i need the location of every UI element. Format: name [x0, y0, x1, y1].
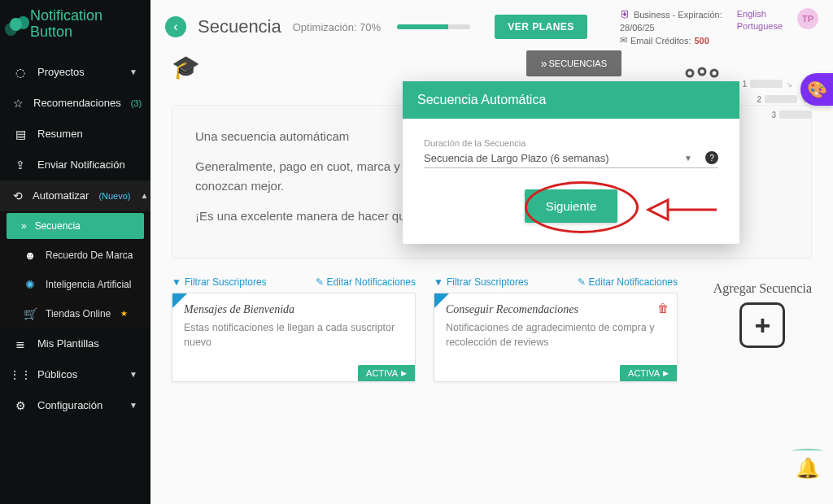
- sequence-card-welcome[interactable]: Mensajes de Bienvenida Estas notificacio…: [172, 293, 416, 382]
- add-sequence-label: Agregar Secuencia: [713, 281, 812, 296]
- star-badge-icon: ★: [120, 309, 128, 318]
- subnav-ia[interactable]: ✺ Inteligencia Artificial: [0, 270, 150, 299]
- card-corner-icon: [172, 293, 187, 308]
- duration-select[interactable]: Secuencia de Largo Plazo (6 semanas) ▼ ?: [424, 151, 718, 168]
- ver-planes-button[interactable]: VER PLANES: [495, 15, 587, 39]
- add-sequence-button[interactable]: +: [739, 302, 785, 348]
- svg-point-1: [699, 68, 705, 75]
- sequence-card-recommend[interactable]: 🗑 Conseguir Recomendaciones Notificacion…: [434, 293, 678, 382]
- shield-icon: ⛨: [620, 8, 630, 20]
- star-icon: ☆: [13, 96, 24, 111]
- filter-icon: ▼: [172, 276, 181, 288]
- subnav-tiendas[interactable]: 🛒 Tiendas Online ★: [0, 299, 150, 328]
- card-desc: Estas notificaciones le llegan a cada su…: [184, 321, 403, 350]
- recommendation-count: (3): [131, 98, 142, 108]
- topbar: ‹ Secuencia Optimización: 70% VER PLANES…: [150, 0, 833, 54]
- avatar[interactable]: TP: [797, 8, 818, 29]
- chevron-up-icon: ▲: [141, 191, 149, 200]
- optimization-bar: [397, 24, 470, 29]
- duration-label: Duración de la Secuencia: [424, 138, 718, 148]
- filter-subscribers-link[interactable]: ▼Filtrar Suscriptores: [434, 276, 529, 288]
- card-title: Mensajes de Bienvenida: [184, 303, 403, 316]
- nav-automatizar[interactable]: ⟲ Automatizar (Nuevo) ▲: [0, 180, 150, 211]
- language-switch: English Portuguese: [737, 8, 783, 33]
- edit-icon: ✎: [316, 276, 324, 288]
- subnav-recuerdo[interactable]: ☻ Recuerdo De Marca: [0, 241, 150, 270]
- edit-notifications-link[interactable]: ✎Editar Notificaciones: [578, 276, 678, 288]
- secuencias-pill[interactable]: » SECUENCIAS: [526, 50, 621, 76]
- lang-english[interactable]: English: [737, 8, 783, 20]
- help-icon[interactable]: ?: [705, 151, 718, 164]
- nav: ◌ Proyectos ▼ ☆ Recomendaciones (3) ▤ Re…: [0, 49, 150, 421]
- card-status[interactable]: ACTIVA: [620, 365, 677, 381]
- nav-label: Enviar Notificación: [37, 159, 125, 171]
- nav-recomendaciones[interactable]: ☆ Recomendaciones (3): [0, 88, 150, 119]
- person-icon: ☻: [23, 248, 37, 263]
- nav-resumen[interactable]: ▤ Resumen: [0, 119, 150, 150]
- nav-automatizar-submenu: » Secuencia ☻ Recuerdo De Marca ✺ Inteli…: [0, 211, 150, 328]
- next-button[interactable]: Siguiente: [525, 189, 618, 223]
- sidebar: Notification Button ◌ Proyectos ▼ ☆ Reco…: [0, 0, 150, 504]
- notification-bell-icon[interactable]: 🔔: [796, 457, 820, 480]
- brand-logo: Notification Button: [0, 0, 150, 49]
- subnav-secuencia[interactable]: » Secuencia: [7, 213, 144, 239]
- chevron-down-icon: ▼: [129, 67, 137, 76]
- nav-label: Configuración: [37, 399, 102, 411]
- duration-value: Secuencia de Largo Plazo (6 semanas): [424, 152, 678, 164]
- nav-label: Públicos: [37, 368, 77, 380]
- chart-icon: ▤: [13, 127, 28, 141]
- plan-date: 28/06/25: [620, 23, 655, 33]
- subnav-label: Tiendas Online: [46, 308, 111, 319]
- chevron-down-icon: ▼: [129, 370, 137, 379]
- nav-label: Recomendaciones: [33, 97, 121, 109]
- brand-dot-icon: [10, 18, 22, 31]
- account-area: ⛨Business - Expiración: 28/06/25 ✉Email …: [620, 8, 818, 46]
- credits-value: 500: [694, 36, 709, 46]
- modal-body: Duración de la Secuencia Secuencia de La…: [403, 119, 739, 244]
- credits-label: Email Créditos:: [630, 36, 691, 46]
- nav-publicos[interactable]: ⋮⋮ Públicos ▼: [0, 359, 150, 390]
- nav-plantillas[interactable]: ≣ Mis Plantillas: [0, 328, 150, 359]
- card-corner-icon: [434, 293, 449, 308]
- subnav-label: Secuencia: [35, 220, 81, 232]
- card-status[interactable]: ACTIVA: [358, 365, 415, 381]
- filter-subscribers-link[interactable]: ▼Filtrar Suscriptores: [172, 276, 267, 288]
- nav-enviar[interactable]: ⇪ Enviar Notificación: [0, 150, 150, 180]
- theme-palette-button[interactable]: 🎨: [800, 73, 833, 106]
- page-title: Secuencia: [198, 16, 281, 37]
- people-icon: ⋮⋮: [13, 367, 28, 382]
- nav-label: Proyectos: [37, 66, 85, 78]
- delete-card-button[interactable]: 🗑: [657, 302, 669, 315]
- globe-icon: ◌: [13, 65, 28, 80]
- modal-title: Secuencia Automática: [403, 81, 739, 119]
- nav-proyectos[interactable]: ◌ Proyectos ▼: [0, 57, 150, 88]
- chevron-down-icon: ▼: [684, 154, 692, 163]
- lang-portuguese[interactable]: Portuguese: [737, 20, 783, 33]
- nav-label: Automatizar: [33, 189, 89, 202]
- chevron-down-icon: ▼: [129, 401, 137, 410]
- plan-line: Business - Expiración:: [634, 10, 722, 20]
- card-title: Conseguir Recomendaciones: [446, 303, 665, 316]
- sequence-row: ▼Filtrar Suscriptores ✎Editar Notificaci…: [150, 259, 833, 400]
- subnav-label: Inteligencia Artificial: [46, 279, 131, 290]
- add-sequence: Agregar Secuencia +: [713, 276, 812, 348]
- sequence-col-b: ▼Filtrar Suscriptores ✎Editar Notificaci…: [434, 276, 678, 382]
- double-chevron-icon: »: [541, 57, 544, 70]
- filter-icon: ▼: [434, 276, 443, 288]
- brain-icon: ✺: [23, 277, 37, 292]
- back-button[interactable]: ‹: [165, 16, 186, 37]
- mail-icon: ✉: [620, 35, 627, 46]
- cart-icon: 🛒: [23, 306, 37, 321]
- share-icon: ⇪: [13, 158, 28, 172]
- gear-icon: ⚙: [13, 398, 28, 413]
- graduation-icon: 🎓: [172, 54, 200, 80]
- edit-notifications-link[interactable]: ✎Editar Notificaciones: [316, 276, 416, 288]
- sequence-col-a: ▼Filtrar Suscriptores ✎Editar Notificaci…: [172, 276, 416, 382]
- plan-info: ⛨Business - Expiración: 28/06/25 ✉Email …: [620, 8, 722, 46]
- optimization-label: Optimización: 70%: [293, 21, 381, 33]
- pill-label: SECUENCIAS: [548, 59, 607, 68]
- double-chevron-icon: »: [21, 220, 27, 232]
- edit-icon: ✎: [578, 276, 586, 288]
- card-desc: Notificaciones de agradecimiento de comp…: [446, 321, 665, 350]
- nav-config[interactable]: ⚙ Configuración ▼: [0, 390, 150, 421]
